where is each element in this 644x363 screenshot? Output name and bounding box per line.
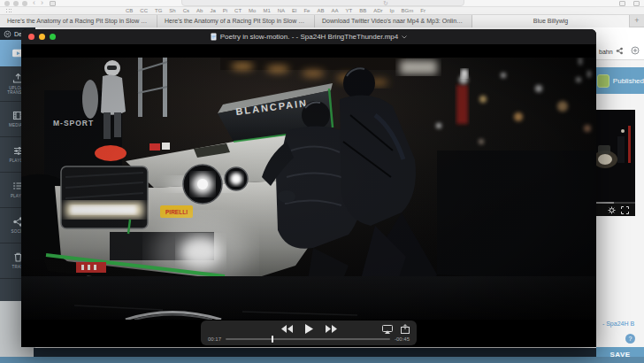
document-icon: [211, 33, 217, 41]
bookmark-item[interactable]: BGm: [402, 7, 414, 15]
bookmark-item[interactable]: Ip: [390, 7, 395, 15]
preview-player[interactable]: [596, 110, 635, 216]
video-player-window: Poetry in slow-motion. - - Spa24H BringT…: [21, 29, 596, 347]
gear-icon[interactable]: [608, 206, 616, 214]
bookmark-item[interactable]: TG: [155, 7, 162, 15]
bookmark-item[interactable]: Mo: [249, 7, 256, 15]
chevron-down-icon[interactable]: [402, 35, 407, 39]
bookmark-item[interactable]: CB: [126, 7, 133, 15]
cms-tab-strip: bahn: [596, 27, 644, 60]
play-button[interactable]: [305, 324, 313, 334]
bookmark-item[interactable]: AA: [331, 7, 338, 15]
bookmark-item[interactable]: BB: [359, 7, 366, 15]
time-elapsed: 00:17: [208, 336, 221, 342]
new-tab-button[interactable]: +: [630, 15, 644, 27]
bookmark-item[interactable]: NA: [278, 7, 285, 15]
address-bar[interactable]: [181, 0, 464, 6]
publish-status-bar: Published: [596, 67, 644, 94]
bookmarks-bar: CB CC TG Sh Cs Ab Ja Pi CT Mo M1 NA El F…: [0, 7, 644, 15]
browser-close-button[interactable]: [4, 1, 10, 6]
browser-zoom-button[interactable]: [22, 1, 27, 6]
bookmark-item[interactable]: M1: [263, 7, 270, 15]
bookmark-item[interactable]: AB: [317, 7, 324, 15]
window-zoom-button[interactable]: [50, 34, 56, 40]
window-close-button[interactable]: [28, 34, 34, 40]
bookmark-item[interactable]: CC: [140, 7, 148, 15]
bookmark-item[interactable]: Cs: [183, 7, 189, 15]
player-title-bar[interactable]: Poetry in slow-motion. - - Spa24H BringT…: [21, 29, 596, 44]
cms-tab-bahn[interactable]: bahn: [599, 49, 613, 55]
window-title: Poetry in slow-motion. - - Spa24H BringT…: [220, 33, 398, 41]
playback-controls: 00:17 -00:45: [201, 321, 417, 345]
bookmark-item[interactable]: Fe: [303, 7, 310, 15]
bookmark-item[interactable]: Ab: [196, 7, 203, 15]
fast-forward-button[interactable]: [326, 325, 337, 333]
browser-tab-bar: Here's the Anatomy of a Racing Pit Stop …: [0, 15, 644, 27]
cms-footer-accent: [0, 357, 644, 363]
fullscreen-icon[interactable]: [621, 206, 629, 214]
add-tab-plus-icon[interactable]: [631, 46, 640, 55]
share-icon[interactable]: [401, 324, 410, 334]
video-scene: M-SPORT: [21, 44, 596, 320]
airplay-icon[interactable]: [382, 325, 393, 334]
close-circle-icon[interactable]: [4, 30, 12, 38]
bookmark-item[interactable]: CT: [234, 7, 242, 15]
publish-toggle-button[interactable]: [597, 74, 610, 88]
browser-tab[interactable]: Here's the Anatomy of a Racing Pit Stop …: [0, 15, 157, 27]
share-toolbar-icon[interactable]: [619, 1, 625, 6]
tabs-overview-icon[interactable]: [633, 1, 640, 6]
window-minimize-button[interactable]: [39, 34, 45, 40]
forward-icon[interactable]: ›: [41, 0, 43, 7]
screen: ‹ › ↻ CB CC TG Sh Cs Ab Ja Pi CT Mo M1 N…: [0, 0, 644, 363]
bookmark-item[interactable]: YT: [346, 7, 353, 15]
media-title-link[interactable]: - Spa24H B: [596, 321, 640, 327]
browser-tab-active[interactable]: Blue Billywig: [472, 15, 630, 27]
help-button[interactable]: ?: [625, 334, 635, 344]
bookmark-item[interactable]: Ja: [210, 7, 215, 15]
bookmark-item[interactable]: El: [292, 7, 296, 15]
timeline-playhead[interactable]: [272, 336, 273, 343]
bookmark-item[interactable]: Pi: [223, 7, 227, 15]
bookmark-item[interactable]: Fr: [420, 7, 426, 15]
bookmark-item[interactable]: ADr: [373, 7, 382, 15]
browser-tab[interactable]: Download Twitter Video's naar Mp4 & Mp3:…: [315, 15, 472, 27]
cms-footer-bar: [34, 348, 596, 357]
letterbox-bar: [21, 44, 596, 58]
back-icon[interactable]: ‹: [33, 0, 35, 7]
cms-right-panel: bahn Published: [596, 27, 644, 363]
browser-minimize-button[interactable]: [13, 1, 19, 6]
preview-thumbnail: [596, 110, 635, 202]
status-badge: Published: [613, 77, 644, 85]
browser-tab[interactable]: Here's the Anatomy of a Racing Pit Stop …: [157, 15, 315, 27]
share-nodes-icon[interactable]: [616, 47, 624, 55]
preview-control-bar: [596, 204, 635, 216]
sidebar-toggle-icon[interactable]: [50, 1, 56, 6]
time-remaining: -00:45: [395, 336, 410, 342]
timeline-scrubber[interactable]: [226, 336, 390, 343]
bookmark-item[interactable]: Sh: [169, 7, 175, 15]
player-bottom-strip: 00:17 -00:45: [21, 320, 596, 347]
bookmarks-grid-icon[interactable]: [6, 9, 12, 13]
rewind-button[interactable]: [281, 325, 293, 333]
video-frame: M-SPORT: [21, 44, 596, 320]
